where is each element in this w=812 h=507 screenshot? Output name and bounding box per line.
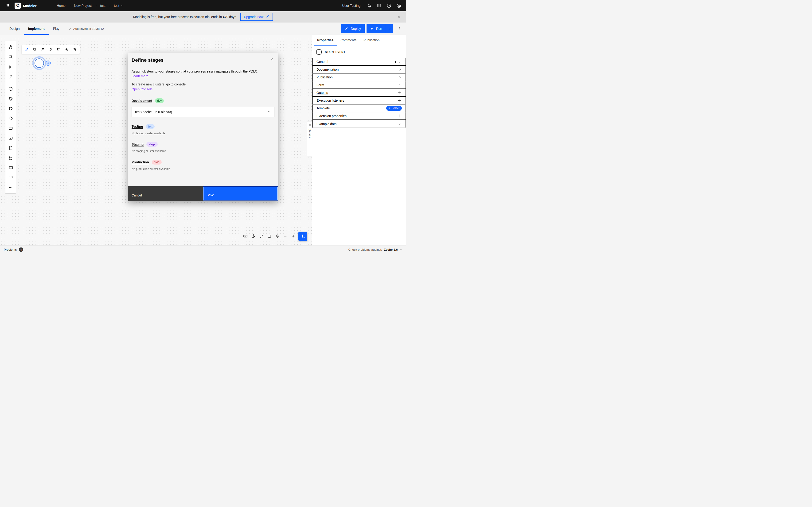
deploy-button[interactable]: Deploy [341,24,365,33]
canvas-view-controls [242,233,297,239]
group-publication[interactable]: Publication [312,73,406,81]
wrench-button[interactable] [47,46,54,53]
create-data-object[interactable] [6,143,15,153]
group-template[interactable]: Template Select [312,105,406,112]
breadcrumb-current[interactable]: test [114,4,124,7]
header-right: User Testing [342,2,403,10]
ai-suggest-button[interactable] [63,46,70,53]
run-button[interactable]: Run [366,24,386,33]
tab-comments[interactable]: Comments [337,35,360,46]
append-element-button[interactable] [46,61,51,66]
group-outputs[interactable]: Outputs [312,89,406,97]
copy-button[interactable] [31,46,39,53]
modal-footer: Cancel Save [128,186,278,201]
delete-button[interactable] [71,46,79,53]
create-group[interactable] [6,172,15,182]
filled-dot-icon [395,61,396,63]
more-tools[interactable] [6,182,15,192]
properties-panel: Properties Comments Publication START EV… [312,35,406,245]
reset-zoom-button[interactable] [274,233,281,239]
hand-tool[interactable] [6,42,15,52]
learn-more-link[interactable]: Learn more. [132,74,149,78]
fullscreen-button[interactable] [258,233,264,239]
group-label: Outputs [316,91,328,95]
add-icon[interactable] [397,113,402,119]
create-participant[interactable] [6,163,15,172]
group-extension-properties[interactable]: Extension properties [312,112,406,120]
lasso-tool[interactable] [6,52,15,62]
create-intermediate-event[interactable] [6,94,15,104]
link-button[interactable] [23,46,31,53]
upgrade-now-button[interactable]: Upgrade now [240,13,273,21]
zoom-out-button[interactable] [282,233,289,239]
group-example-data[interactable]: Example data [312,120,406,128]
problems-toggle[interactable]: Problems 4 [4,247,23,252]
details-drawer-tab[interactable]: Details [307,122,312,157]
breadcrumb-folder[interactable]: test [100,4,105,7]
group-label: Template [316,106,330,110]
modal-description: Assign clusters to your stages so that y… [132,69,258,78]
create-data-store[interactable] [6,153,15,163]
anchor-button[interactable] [250,233,257,239]
check-icon [68,27,71,31]
engine-version-label: Zeebe 8.6 [384,248,398,251]
profile-button[interactable] [395,2,403,10]
ellipsis-icon [8,185,13,190]
banner-close-button[interactable] [395,13,403,21]
create-start-event[interactable] [6,84,15,94]
app-switcher-button[interactable] [3,2,11,10]
group-general[interactable]: General [312,58,406,66]
app-name: Modeler [23,4,37,8]
comment-button[interactable] [55,46,62,53]
selected-element-header: START EVENT [312,46,406,58]
list-icon [308,124,311,127]
stage-name: Staging [132,143,144,146]
create-end-event[interactable] [6,104,15,113]
development-cluster-dropdown[interactable]: test (Zeebe 8.6.0-alpha3) [132,107,274,117]
save-button[interactable]: Save [203,186,278,201]
group-documentation[interactable]: Documentation [312,66,406,73]
template-select-button[interactable]: Select [386,106,402,111]
space-tool[interactable] [6,62,15,72]
global-connect-tool[interactable] [6,72,15,82]
lasso-tool-icon [8,55,13,60]
breadcrumb-project[interactable]: New Project [74,4,92,7]
stage-badge: prod [152,160,162,165]
cancel-button[interactable]: Cancel [128,186,203,201]
engine-version-selector[interactable]: Zeebe 8.6 [384,248,402,251]
run-options-button[interactable] [386,24,393,33]
create-subprocess[interactable] [6,133,15,143]
help-button[interactable] [385,2,393,10]
copilot-button[interactable] [298,232,307,241]
tab-publication[interactable]: Publication [360,35,383,46]
tab-play[interactable]: Play [49,22,64,35]
tab-properties[interactable]: Properties [314,35,337,46]
problems-count-badge: 4 [19,247,23,252]
start-event-shape[interactable] [35,58,44,68]
group-form[interactable]: Form [312,81,406,89]
open-console-link[interactable]: Open Console [132,87,153,91]
overflow-menu-button[interactable] [396,25,404,33]
tab-design[interactable]: Design [5,22,24,35]
add-icon[interactable] [397,98,402,103]
create-gateway[interactable] [6,113,15,123]
modal-close-button[interactable] [267,54,276,64]
create-task[interactable] [6,123,15,133]
breadcrumb-home[interactable]: Home [57,4,65,7]
space-tool-icon [8,64,13,69]
data-store-icon [8,155,13,160]
deploy-label: Deploy [351,27,361,31]
check-problems-label: Check problems against: [348,248,382,251]
minimap-button[interactable] [266,233,272,239]
zoom-in-button[interactable] [290,233,297,239]
append-connect-button[interactable] [39,46,47,53]
keyboard-shortcuts-button[interactable] [242,233,249,239]
group-execution-listeners[interactable]: Execution listeners [312,97,406,105]
stage-head: Staging stage [132,142,274,147]
chevron-down-icon [267,110,271,114]
switcher-button[interactable] [375,2,383,10]
notifications-button[interactable] [365,2,373,10]
tab-implement[interactable]: Implement [24,22,49,35]
fullscreen-icon [259,234,263,238]
add-icon[interactable] [397,90,402,95]
